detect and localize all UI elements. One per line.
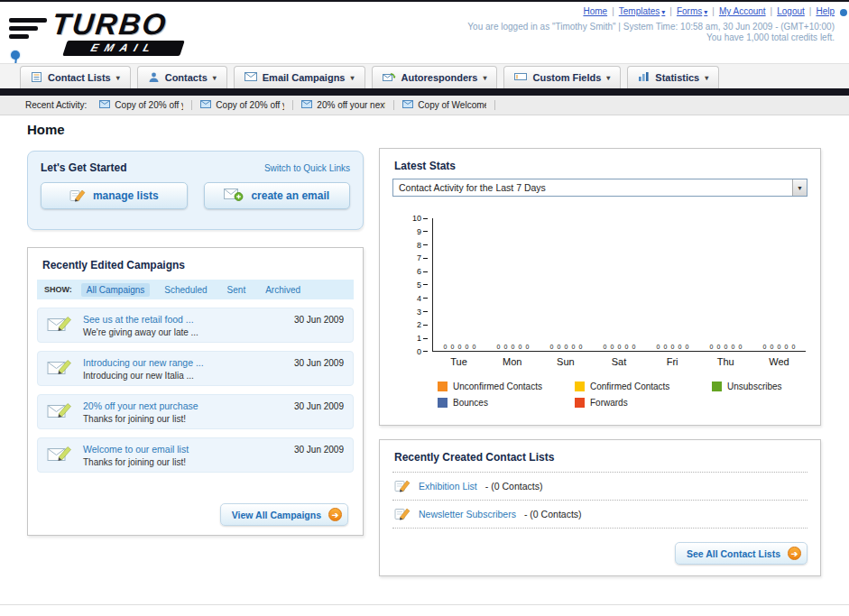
tab-contact-lists[interactable]: Contact Lists ▾: [20, 66, 131, 88]
credits-remaining: You have 1,000 total credits left.: [706, 32, 835, 42]
tab-contacts[interactable]: Contacts ▾: [137, 66, 227, 88]
x-axis-label: Tue: [432, 356, 485, 367]
tab-autoresponders[interactable]: Autoresponders ▾: [372, 66, 498, 88]
legend-label: Forwards: [590, 398, 628, 408]
page-bottom-divider: [0, 604, 849, 605]
campaign-list: See us at the retail food ... We're givi…: [28, 299, 363, 473]
header-link-home[interactable]: Home: [583, 6, 607, 16]
header-link-my-account[interactable]: My Account: [719, 6, 766, 16]
chevron-down-icon: ▾: [606, 74, 610, 82]
chart-bars: 00000000000000000000000000000000000: [433, 218, 806, 351]
campaign-row[interactable]: Introducing our new range ... Introducin…: [37, 351, 354, 386]
filter-scheduled[interactable]: Scheduled: [159, 283, 212, 297]
bar-value-label: 0: [558, 344, 561, 350]
tab-label: Statistics: [655, 72, 699, 83]
create-email-button[interactable]: create an email: [204, 182, 351, 209]
view-all-campaigns-button[interactable]: View All Campaigns ➔: [220, 503, 348, 526]
legend-label: Bounces: [453, 398, 488, 408]
envelope-icon: [402, 100, 413, 110]
contact-list-count: - (0 Contacts): [485, 481, 543, 492]
campaign-title-link[interactable]: See us at the retail food ...: [83, 314, 285, 325]
tab-label: Autoresponders: [401, 72, 478, 83]
y-axis-tick-label: 3: [417, 308, 428, 317]
campaign-row[interactable]: See us at the retail food ... We're givi…: [37, 308, 354, 343]
campaign-title-link[interactable]: Welcome to our email list: [83, 444, 285, 455]
envelope-pencil-icon: [47, 444, 74, 467]
bar-value-label: 0: [444, 344, 448, 350]
bar-value-label: 0: [497, 344, 501, 350]
envelope-icon: [245, 72, 257, 83]
legend-item: Unconfirmed Contacts: [438, 382, 575, 391]
bar-value-label: 0: [657, 344, 660, 350]
recent-activity-item[interactable]: Copy of 20% off yo: [99, 100, 192, 110]
header-link-forms[interactable]: Forms▾: [677, 6, 707, 16]
contact-list-name-link[interactable]: Exhibition List: [419, 481, 477, 492]
contact-list-count: - (0 Contacts): [524, 509, 582, 519]
get-started-title: Let's Get Started: [41, 161, 127, 174]
bar-value-label: 0: [565, 344, 568, 350]
logo-title: TURBO: [51, 7, 169, 41]
y-axis-tick-label: 6: [417, 267, 428, 276]
bar-value-label: 0: [686, 344, 689, 350]
pencil-note-icon: [394, 506, 411, 522]
campaign-subtitle: We're giving away our late ...: [83, 327, 285, 337]
chevron-down-icon: ▾: [116, 74, 120, 82]
arrow-circle-icon: ➔: [328, 508, 342, 521]
separator: |: [612, 6, 614, 16]
bar-value-label: 0: [611, 344, 614, 350]
bar-value-label: 0: [604, 344, 607, 350]
bar-value-label: 0: [739, 344, 743, 350]
envelope-icon: [200, 100, 211, 110]
legend-swatch: [712, 382, 722, 391]
campaign-date: 30 Jun 2009: [294, 401, 344, 411]
recent-activity-item[interactable]: 20% off your next: [301, 100, 394, 110]
manage-lists-label: manage lists: [93, 189, 159, 202]
autoresponder-icon: [383, 72, 396, 84]
contact-list: Exhibition List - (0 Contacts) Newslette…: [392, 472, 807, 529]
bar-value-label: 0: [473, 344, 476, 350]
envelope-plus-icon: [224, 188, 244, 204]
contact-list-name-link[interactable]: Newsletter Subscribers: [419, 509, 516, 519]
filter-all-campaigns[interactable]: All Campaigns: [81, 283, 150, 297]
contact-lists-icon: [31, 71, 42, 85]
recent-activity-item[interactable]: Copy of 20% off yo: [200, 100, 293, 110]
stats-period-select[interactable]: Contact Activity for the Last 7 Days ▼: [392, 179, 807, 197]
tab-email-campaigns[interactable]: Email Campaigns ▾: [234, 66, 365, 88]
tab-custom-fields[interactable]: Custom Fields ▾: [503, 66, 621, 88]
header-link-templates[interactable]: Templates▾: [619, 6, 666, 16]
x-axis-label: Sat: [592, 356, 645, 367]
legend-item: Forwards: [575, 398, 712, 408]
campaign-date: 30 Jun 2009: [294, 445, 344, 455]
see-all-contact-lists-label: See All Contact Lists: [687, 548, 780, 559]
separator: |: [669, 6, 672, 16]
tab-statistics[interactable]: Statistics ▾: [627, 66, 719, 88]
see-all-contact-lists-button[interactable]: See All Contact Lists ➔: [675, 542, 807, 565]
contact-list-item[interactable]: Newsletter Subscribers - (0 Contacts): [392, 501, 807, 529]
recent-activity-item-label: Copy of Welcome to: [418, 100, 486, 110]
bar-value-label: 0: [618, 344, 622, 350]
campaign-row[interactable]: Welcome to our email list Thanks for joi…: [37, 437, 354, 473]
campaign-title-link[interactable]: 20% off your next purchase: [83, 400, 285, 411]
header-link-logout[interactable]: Logout: [777, 6, 805, 16]
manage-lists-button[interactable]: manage lists: [41, 182, 188, 209]
y-axis-tick-label: 4: [417, 294, 428, 303]
switch-quick-links-link[interactable]: Switch to Quick Links: [264, 163, 350, 173]
latest-stats-panel: Latest Stats Contact Activity for the La…: [379, 148, 821, 426]
campaign-title-link[interactable]: Introducing our new range ...: [83, 357, 285, 368]
bar-group: 00000: [752, 218, 806, 351]
nav-divider-bar: [0, 88, 849, 96]
contact-list-item[interactable]: Exhibition List - (0 Contacts): [392, 473, 807, 501]
recent-activity-bar: Recent Activity: Copy of 20% off yo Copy…: [0, 96, 849, 115]
recent-activity-item[interactable]: Copy of Welcome to: [402, 100, 495, 110]
bar-group: 00000: [540, 218, 593, 351]
filter-archived[interactable]: Archived: [260, 283, 306, 297]
bar-value-label: 0: [792, 344, 796, 350]
chart-y-ticks: 109876543210: [404, 214, 428, 356]
page-title: Home: [27, 122, 65, 137]
filter-sent[interactable]: Sent: [222, 283, 252, 297]
campaign-row[interactable]: 20% off your next purchase Thanks for jo…: [37, 394, 354, 429]
y-axis-tick-label: 8: [417, 241, 428, 250]
bar-value-label: 0: [785, 344, 789, 350]
header-link-help[interactable]: Help: [816, 6, 835, 16]
y-axis-tick-label: 5: [417, 280, 428, 290]
